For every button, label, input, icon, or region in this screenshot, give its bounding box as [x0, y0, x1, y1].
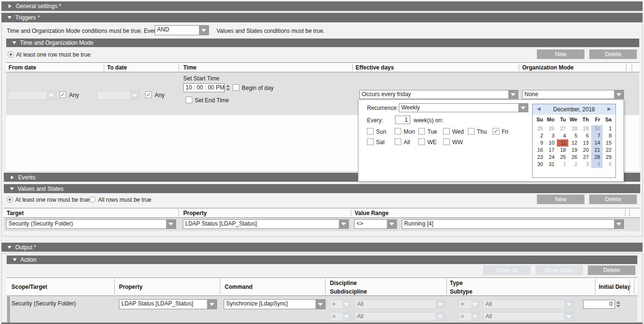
- calendar-day[interactable]: 25: [557, 154, 568, 161]
- calendar-day[interactable]: 3: [580, 161, 591, 168]
- vs-delete-button[interactable]: Delete: [589, 195, 637, 204]
- calendar-day[interactable]: 1: [557, 161, 568, 168]
- section-general-settings[interactable]: General settings *: [1, 1, 643, 11]
- action-delete-button[interactable]: Delete: [588, 265, 635, 275]
- begin-of-day-checkbox[interactable]: ✓: [233, 84, 239, 91]
- from-date-picker[interactable]: [8, 91, 57, 100]
- organization-mode-dropdown[interactable]: None: [522, 90, 624, 99]
- calendar-day[interactable]: 17: [545, 147, 557, 154]
- calendar-day[interactable]: 20: [580, 147, 591, 154]
- subdiscipline-operator-dropdown[interactable]: =: [330, 312, 351, 321]
- calendar-day[interactable]: 5: [568, 132, 580, 139]
- calendar-day[interactable]: 30: [591, 125, 603, 132]
- fri-checkbox[interactable]: ✓: [493, 128, 499, 135]
- mon-checkbox[interactable]: ✓: [395, 128, 401, 135]
- calendar-day[interactable]: 26: [568, 154, 580, 161]
- start-time-spinner[interactable]: [225, 83, 231, 92]
- wed-checkbox[interactable]: ✓: [443, 128, 450, 135]
- calendar-day[interactable]: 24: [545, 154, 557, 161]
- calendar-day[interactable]: 25: [534, 125, 545, 132]
- calendar-day[interactable]: 5: [603, 161, 614, 168]
- discipline-dropdown[interactable]: All: [355, 300, 446, 309]
- time-org-delete-button[interactable]: Delete: [589, 49, 637, 59]
- section-action[interactable]: Action: [7, 255, 637, 264]
- action-command-dropdown[interactable]: Synchronize [LdapSync]: [224, 299, 326, 309]
- calendar-day[interactable]: 8: [603, 132, 614, 139]
- ww-checkbox[interactable]: ✓: [443, 138, 450, 145]
- calendar-day[interactable]: 26: [545, 125, 557, 132]
- events-operator-dropdown[interactable]: AND: [155, 25, 209, 35]
- subdiscipline-dropdown[interactable]: All: [355, 312, 446, 321]
- time-org-rule-radio[interactable]: [8, 51, 14, 58]
- calendar-day[interactable]: 3: [545, 132, 557, 139]
- type-operator-dropdown[interactable]: =: [458, 300, 479, 309]
- vs-value-dropdown[interactable]: Running [4]: [402, 219, 624, 229]
- calendar-day[interactable]: 27: [580, 154, 591, 161]
- thu-checkbox[interactable]: ✓: [468, 128, 475, 135]
- calendar-day[interactable]: 15: [603, 139, 614, 147]
- calendar-day[interactable]: 6: [580, 132, 591, 139]
- calendar-day[interactable]: 2: [568, 161, 580, 168]
- from-any-checkbox[interactable]: ✓: [59, 91, 66, 98]
- time-org-new-button[interactable]: New: [537, 49, 585, 59]
- vs-rule-all-radio[interactable]: [89, 196, 96, 203]
- subtype-dropdown[interactable]: All: [483, 312, 574, 321]
- type-dropdown[interactable]: All: [483, 300, 574, 309]
- vs-target-dropdown[interactable]: Security (Security Folder): [6, 219, 176, 229]
- calendar-day[interactable]: 10: [545, 139, 557, 147]
- calendar-day[interactable]: 21: [591, 147, 603, 154]
- calendar-day[interactable]: 11: [557, 139, 568, 147]
- row-selector-gutter[interactable]: [7, 296, 10, 323]
- tue-checkbox[interactable]: ✓: [418, 128, 425, 135]
- calendar-day[interactable]: 30: [534, 161, 545, 168]
- calendar-day[interactable]: 28: [591, 154, 603, 161]
- all-checkbox[interactable]: ✓: [395, 138, 401, 145]
- section-output[interactable]: Output *: [1, 243, 643, 252]
- calendar-day[interactable]: 7: [591, 132, 603, 139]
- vs-property-dropdown[interactable]: LDAP Status [LDAP_Status]: [183, 219, 349, 229]
- calendar-day[interactable]: 4: [591, 161, 603, 168]
- set-end-time-checkbox[interactable]: ✓: [186, 97, 192, 103]
- vs-new-button[interactable]: New: [537, 195, 585, 204]
- effective-days-dropdown[interactable]: Occurs every friday: [359, 90, 518, 99]
- calendar-day[interactable]: 29: [580, 125, 591, 132]
- calendar-day[interactable]: 28: [568, 125, 580, 132]
- calendar-day[interactable]: 4: [557, 132, 568, 139]
- section-values-states[interactable]: Values and States: [4, 184, 640, 193]
- vs-operator-dropdown[interactable]: <>: [354, 219, 397, 229]
- start-time-input[interactable]: 10 : 00 : 00 PM: [183, 83, 225, 92]
- sun-checkbox[interactable]: ✓: [367, 128, 374, 135]
- move-down-button[interactable]: Move down: [535, 265, 583, 275]
- calendar-day[interactable]: 13: [580, 139, 591, 147]
- action-property-dropdown[interactable]: LDAP Status [LDAP_Status]: [119, 299, 217, 309]
- calendar-day[interactable]: 19: [568, 147, 580, 154]
- calendar-prev-icon[interactable]: ◀: [537, 106, 541, 111]
- calendar-day[interactable]: 12: [568, 139, 580, 147]
- discipline-operator-dropdown[interactable]: =: [330, 300, 351, 309]
- sat-checkbox[interactable]: ✓: [367, 138, 374, 145]
- every-input[interactable]: 1: [395, 116, 410, 124]
- calendar-day[interactable]: 23: [534, 154, 545, 161]
- calendar-day[interactable]: 18: [557, 147, 568, 154]
- calendar-day[interactable]: 2: [534, 132, 545, 139]
- calendar-day[interactable]: 31: [545, 161, 557, 168]
- calendar-day[interactable]: 22: [603, 147, 614, 154]
- initial-delay-input[interactable]: 0: [583, 300, 615, 309]
- calendar-day[interactable]: 14: [591, 139, 603, 147]
- subtype-operator-dropdown[interactable]: =: [458, 312, 479, 321]
- section-time-org-mode[interactable]: Time and Organization Mode: [6, 39, 639, 47]
- to-any-checkbox[interactable]: ✓: [145, 91, 152, 98]
- calendar-day[interactable]: 27: [557, 125, 568, 132]
- calendar-day[interactable]: 9: [534, 139, 545, 147]
- calendar-next-icon[interactable]: ▶: [607, 106, 611, 111]
- calendar-day[interactable]: 1: [603, 125, 614, 132]
- calendar-day[interactable]: 29: [603, 154, 614, 161]
- move-up-button[interactable]: Move up: [483, 265, 531, 275]
- initial-delay-spinner[interactable]: [615, 300, 621, 309]
- to-date-picker[interactable]: [97, 91, 140, 100]
- vs-rule-any-radio[interactable]: [7, 196, 13, 203]
- recurrence-dropdown[interactable]: Weekly: [399, 103, 528, 112]
- we-checkbox[interactable]: ✓: [418, 138, 425, 145]
- section-triggers[interactable]: Triggers *: [1, 13, 643, 22]
- calendar-day[interactable]: 16: [534, 147, 545, 154]
